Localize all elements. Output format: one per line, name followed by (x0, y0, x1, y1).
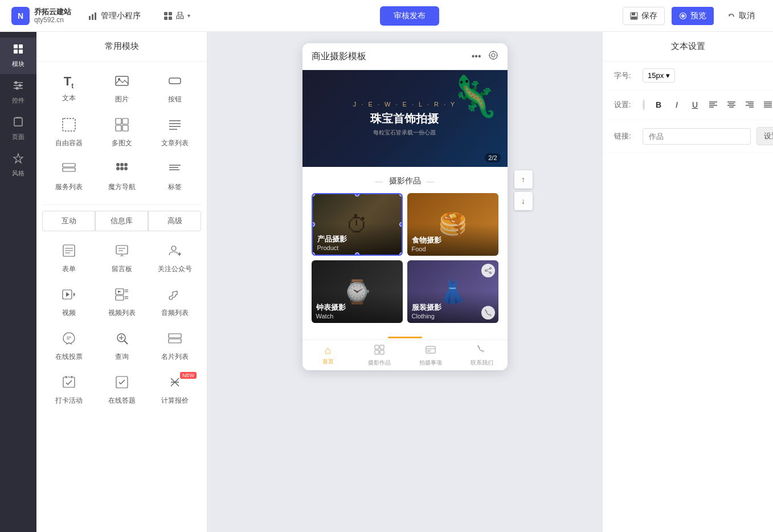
bold-btn[interactable]: B (651, 97, 666, 113)
module-button[interactable]: 按钮 (148, 67, 201, 111)
hero-desc: 每粒宝石皆承载一份心愿 (353, 129, 456, 137)
font-size-value: 15px (648, 71, 664, 80)
photo-card-product[interactable]: ⏱ 产品摄影 Product (312, 193, 403, 256)
link-input[interactable] (643, 128, 751, 145)
svg-rect-74 (169, 339, 181, 343)
quiz-label: 在线答题 (108, 396, 136, 406)
service-list-label: 服务列表 (55, 182, 83, 192)
tab-advanced[interactable]: 高级 (148, 211, 201, 231)
preview-button[interactable]: 预览 (672, 7, 714, 25)
color-circle[interactable] (643, 99, 645, 111)
cancel-button[interactable]: 取消 (721, 7, 762, 24)
svg-rect-0 (89, 16, 91, 20)
target-icon[interactable] (488, 50, 498, 63)
share-btn[interactable] (481, 264, 495, 277)
svg-rect-37 (63, 168, 75, 171)
new-badge: NEW (180, 372, 197, 379)
free-container-icon (62, 118, 76, 135)
module-poll[interactable]: 在线投票 (42, 325, 95, 369)
module-guestbook[interactable]: 留言板 (95, 237, 148, 281)
module-quote[interactable]: 计算报价 NEW (148, 369, 201, 412)
link-set-button[interactable]: 设置链接 (756, 127, 773, 145)
tab-interactive[interactable]: 互动 (42, 211, 95, 231)
style-icon (13, 153, 24, 167)
sidebar-item-pages[interactable]: 页面 (0, 111, 36, 147)
ctrl-btn-up[interactable]: ↑ (514, 170, 533, 189)
svg-point-91 (489, 272, 491, 274)
underline-btn[interactable]: U (687, 97, 703, 113)
photo-card-watch[interactable]: ⌚ 钟表摄影 Watch (312, 260, 403, 323)
publish-button[interactable]: 审核发布 (380, 6, 439, 26)
module-text[interactable]: Tt 文本 (42, 67, 95, 111)
form-icon (62, 244, 76, 261)
photo-card-clothing[interactable]: 👗 服装摄影 Clothing (407, 260, 498, 323)
module-magic-nav[interactable]: 魔方导航 (95, 155, 148, 199)
bottom-nav-photos[interactable]: 摄影作品 (354, 340, 405, 370)
bottom-nav-shooting[interactable]: 拍摄事项 (405, 340, 456, 370)
module-checkin[interactable]: 打卡活动 (42, 369, 95, 412)
align-right-btn[interactable] (742, 97, 758, 113)
module-free-container[interactable]: 自由容器 (42, 111, 95, 155)
handle-br[interactable] (399, 252, 403, 256)
modules-panel: 常用模块 Tt 文本 图片 按钮 (36, 32, 207, 532)
photos-nav-label: 摄影作品 (368, 359, 391, 367)
hero-indicator: 2/2 (485, 153, 500, 162)
module-form[interactable]: 表单 (42, 237, 95, 281)
more-icon[interactable]: ••• (472, 51, 481, 62)
save-label: 保存 (641, 11, 657, 21)
phone-call-btn[interactable] (481, 306, 495, 320)
module-audio-list[interactable]: 音频列表 (148, 281, 201, 325)
align-left-btn[interactable] (705, 97, 721, 113)
sidebar-item-style[interactable]: 风格 (0, 147, 36, 183)
nav-grid[interactable]: 品 ▾ (158, 7, 196, 24)
tab-database[interactable]: 信息库 (95, 211, 148, 231)
align-justify-btn[interactable] (760, 97, 773, 113)
controls-icon (13, 80, 24, 94)
svg-rect-9 (631, 17, 637, 19)
module-video-list[interactable]: 视频列表 (95, 281, 148, 325)
sidebar-item-controls[interactable]: 控件 (0, 74, 36, 111)
quiz-icon (115, 375, 129, 392)
free-container-label: 自由容器 (55, 138, 83, 148)
module-tags[interactable]: 标签 (148, 155, 201, 199)
module-quiz[interactable]: 在线答题 (95, 369, 148, 412)
svg-rect-97 (380, 350, 384, 354)
module-image[interactable]: 图片 (95, 67, 148, 111)
ctrl-btn-down[interactable]: ↓ (514, 192, 533, 210)
video-icon (62, 288, 76, 305)
article-list-icon (168, 118, 182, 135)
svg-point-39 (120, 163, 124, 166)
module-service-list[interactable]: 服务列表 (42, 155, 95, 199)
handle-rm[interactable] (399, 222, 403, 227)
handle-bm[interactable] (355, 252, 359, 256)
canvas-area: 商业摄影模板 ••• J · E · W · E · L · R · Y 珠宝首… (207, 32, 602, 532)
module-article-list[interactable]: 文章列表 (148, 111, 201, 155)
handle-bl[interactable] (312, 252, 315, 256)
tab-group: 互动 信息库 高级 (36, 205, 207, 231)
module-query[interactable]: 查询 (95, 325, 148, 369)
video-label: 视频 (62, 308, 76, 318)
svg-rect-73 (169, 334, 181, 338)
product-card-label: 产品摄影 Product (313, 223, 402, 255)
bottom-nav-home[interactable]: ⌂ 首页 (302, 340, 354, 370)
bottom-nav-contact[interactable]: 联系我们 (456, 340, 508, 370)
align-center-btn[interactable] (723, 97, 739, 113)
svg-rect-1 (92, 14, 93, 20)
italic-btn[interactable]: I (669, 97, 685, 113)
modules-grid-common: Tt 文本 图片 按钮 自由容器 (36, 62, 207, 204)
module-follow[interactable]: 关注公众号 (148, 237, 201, 281)
font-size-select[interactable]: 15px ▾ (643, 68, 675, 83)
sidebar-item-modules[interactable]: 模块 (0, 38, 36, 74)
home-nav-icon: ⌂ (325, 345, 331, 357)
photo-card-food[interactable]: 🥞 食物摄影 Food (407, 193, 498, 256)
svg-point-43 (124, 167, 128, 170)
active-tab-indicator (388, 337, 422, 338)
nav-manage[interactable]: 管理小程序 (83, 7, 146, 24)
font-size-chevron: ▾ (666, 71, 670, 80)
module-card-list[interactable]: 名片列表 (148, 325, 201, 369)
food-card-title: 食物摄影 (412, 235, 494, 245)
save-button[interactable]: 保存 (623, 7, 665, 25)
module-video[interactable]: 视频 (42, 281, 95, 325)
checkin-label: 打卡活动 (55, 396, 83, 406)
module-multi-image[interactable]: 多图文 (95, 111, 148, 155)
